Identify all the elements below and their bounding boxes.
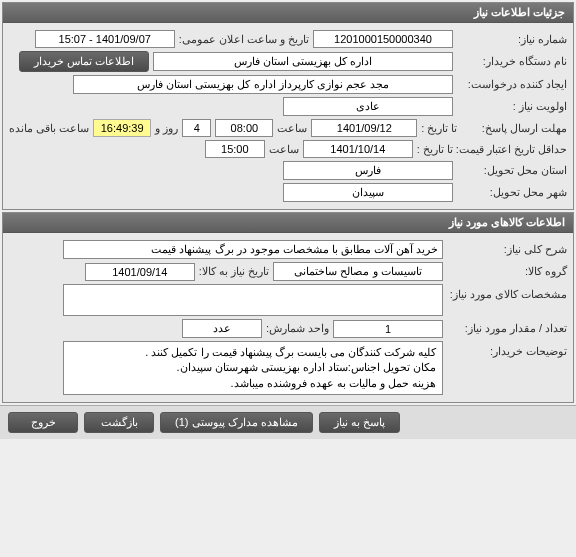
attachments-button[interactable]: مشاهده مدارک پیوستی (1) (160, 412, 313, 433)
buyer-notes-field: کلیه شرکت کنندگان می بایست برگ پیشنهاد ق… (63, 341, 443, 395)
specs-field (63, 284, 443, 316)
need-number-label: شماره نیاز: (457, 33, 567, 46)
province-label: استان محل تحویل: (457, 164, 567, 177)
reply-date-field: 1401/09/12 (311, 119, 417, 137)
city-label: شهر محل تحویل: (457, 186, 567, 199)
qty-label: تعداد / مقدار مورد نیاز: (447, 322, 567, 335)
need-details-panel: جزئیات اطلاعات نیاز شماره نیاز: 12010001… (2, 2, 574, 210)
group-field: تاسیسات و مصالح ساختمانی (273, 262, 443, 281)
city-field: سپیدان (283, 183, 453, 202)
priority-label: اولویت نیاز : (457, 100, 567, 113)
panel2-header: اطلاعات کالاهای مورد نیاز (3, 213, 573, 233)
panel1-header: جزئیات اطلاعات نیاز (3, 3, 573, 23)
buyer-org-label: نام دستگاه خریدار: (457, 55, 567, 68)
specs-label: مشخصات کالای مورد نیاز: (447, 284, 567, 301)
announce-label: تاریخ و ساعت اعلان عمومی: (179, 33, 309, 46)
priority-field: عادی (283, 97, 453, 116)
qty-field: 1 (333, 320, 443, 338)
reply-button[interactable]: پاسخ به نیاز (319, 412, 400, 433)
validity-time-field: 15:00 (205, 140, 265, 158)
goods-info-panel: اطلاعات کالاهای مورد نیاز شرح کلی نیاز: … (2, 212, 574, 403)
validity-date-field: 1401/10/14 (303, 140, 413, 158)
unit-label: واحد شمارش: (266, 322, 329, 335)
until-label-1: تا تاریخ : (421, 122, 457, 135)
validity-label: حداقل تاریخ اعتبار قیمت: (457, 143, 567, 156)
remaining-time-box: 16:49:39 (93, 119, 151, 137)
until-label-2: تا تاریخ : (417, 143, 453, 156)
contact-buyer-button[interactable]: اطلاعات تماس خریدار (19, 51, 149, 72)
days-field: 4 (182, 119, 211, 137)
reply-deadline-label: مهلت ارسال پاسخ: (461, 122, 567, 135)
back-button[interactable]: بازگشت (84, 412, 154, 433)
unit-field: عدد (182, 319, 262, 338)
buyer-org-field: اداره کل بهزیستی استان فارس (153, 52, 453, 71)
panel1-body: شماره نیاز: 1201000150000340 تاریخ و ساع… (3, 23, 573, 209)
announce-field: 1401/09/07 - 15:07 (35, 30, 175, 48)
need-by-date-field: 1401/09/14 (85, 263, 195, 281)
days-label: روز و (155, 122, 178, 135)
footer-bar: پاسخ به نیاز مشاهده مدارک پیوستی (1) باز… (0, 405, 576, 439)
remain-label: ساعت باقی مانده (9, 122, 89, 135)
need-by-date-label: تاریخ نیاز به کالا: (199, 265, 269, 278)
reply-time-field: 08:00 (215, 119, 273, 137)
time-label-1: ساعت (277, 122, 307, 135)
need-desc-field: خرید آهن آلات مطابق با مشخصات موجود در ب… (63, 240, 443, 259)
province-field: فارس (283, 161, 453, 180)
creator-label: ایجاد کننده درخواست: (457, 78, 567, 91)
group-label: گروه کالا: (447, 265, 567, 278)
exit-button[interactable]: خروج (8, 412, 78, 433)
time-label-2: ساعت (269, 143, 299, 156)
creator-field: مجد عجم نوازی کارپرداز اداره کل بهزیستی … (73, 75, 453, 94)
panel2-body: شرح کلی نیاز: خرید آهن آلات مطابق با مشخ… (3, 233, 573, 402)
buyer-notes-label: توضیحات خریدار: (447, 341, 567, 358)
need-number-field: 1201000150000340 (313, 30, 453, 48)
need-desc-label: شرح کلی نیاز: (447, 243, 567, 256)
